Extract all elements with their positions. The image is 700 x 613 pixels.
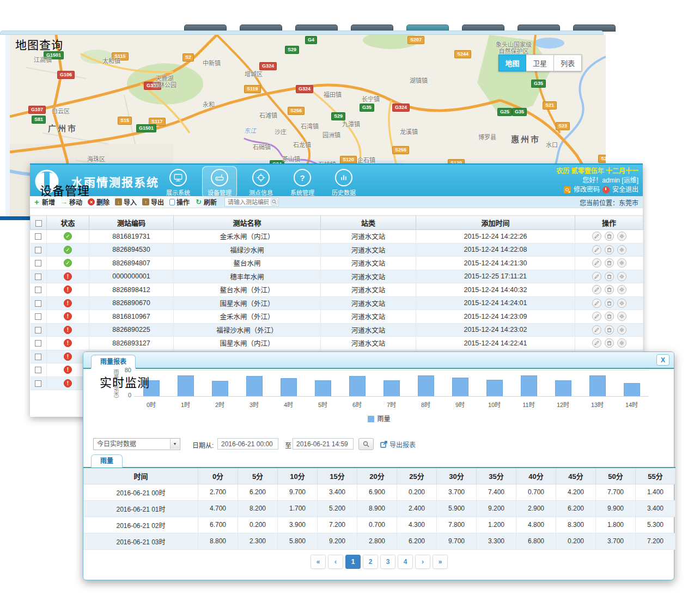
- delete-icon[interactable]: [605, 338, 614, 348]
- delete-icon[interactable]: [605, 325, 614, 335]
- export-report-link[interactable]: 导出报表: [380, 440, 416, 449]
- pagination-item-4[interactable]: 4: [398, 555, 413, 569]
- map-place-label: 江高镇: [34, 57, 52, 63]
- settings-icon[interactable]: [617, 325, 626, 335]
- row-checkbox[interactable]: [35, 260, 41, 266]
- date-from-input[interactable]: [217, 438, 278, 450]
- toolbar-button-删除[interactable]: ×删除: [88, 197, 109, 207]
- rain-bar[interactable]: [624, 383, 640, 396]
- delete-icon[interactable]: [605, 299, 614, 308]
- map-type-button-卫星[interactable]: 卫星: [526, 54, 554, 71]
- edit-icon[interactable]: [592, 325, 601, 335]
- map-type-button-列表[interactable]: 列表: [554, 54, 582, 71]
- toolbar-button-刷新[interactable]: ↻刷新: [195, 197, 217, 207]
- rain-bar[interactable]: [349, 376, 366, 396]
- pagination-item-«[interactable]: «: [311, 555, 326, 569]
- row-checkbox[interactable]: [35, 274, 41, 280]
- rain-bar[interactable]: [418, 375, 434, 396]
- nav-item-测点信息[interactable]: 测点信息: [244, 166, 278, 198]
- toolbar-button-移动[interactable]: →移动: [60, 197, 82, 207]
- edit-icon[interactable]: [592, 245, 601, 254]
- edit-icon[interactable]: [592, 258, 601, 268]
- map-place-label: 湖镇镇: [410, 77, 428, 84]
- toolbar-button-导入[interactable]: ↓导入: [115, 197, 137, 207]
- map-window-left-edge: [5, 35, 10, 216]
- rain-bar[interactable]: [384, 380, 400, 396]
- nav-item-设备管理[interactable]: 设备管理: [202, 166, 237, 198]
- edit-icon[interactable]: [592, 299, 601, 308]
- data-mode-select[interactable]: 今日实时数据 ▼: [93, 438, 180, 450]
- rain-bar[interactable]: [315, 380, 331, 396]
- rain-column-header: 45分: [556, 468, 596, 484]
- search-icon[interactable]: [271, 198, 278, 205]
- toolbar-button-新增[interactable]: +新增: [33, 197, 55, 207]
- row-checkbox[interactable]: [35, 327, 41, 333]
- rain-bar[interactable]: [555, 380, 571, 396]
- settings-icon[interactable]: [617, 285, 626, 294]
- settings-icon[interactable]: [617, 272, 626, 281]
- edit-icon[interactable]: [592, 285, 601, 294]
- edit-icon[interactable]: [592, 232, 601, 241]
- row-checkbox[interactable]: [35, 380, 41, 387]
- select-all-checkbox[interactable]: [35, 220, 42, 227]
- rain-bar[interactable]: [281, 378, 297, 396]
- map-type-button-地图[interactable]: 地图: [498, 54, 526, 71]
- nav-item-历史数据[interactable]: 历史数据: [326, 166, 361, 198]
- road-shield: G4: [305, 36, 317, 44]
- row-checkbox[interactable]: [35, 300, 41, 307]
- logout-link[interactable]: 安全退出: [612, 185, 638, 195]
- delete-icon[interactable]: [605, 285, 614, 294]
- edit-icon[interactable]: [592, 312, 601, 321]
- delete-icon[interactable]: [605, 245, 614, 254]
- status-error-icon: !: [64, 326, 72, 334]
- table-row: !8816810967金禾水闸（外江）河道水文站2015-12-24 14:23…: [31, 310, 643, 324]
- settings-icon[interactable]: [617, 258, 626, 268]
- rain-bar[interactable]: [589, 375, 606, 396]
- settings-icon[interactable]: [617, 299, 626, 308]
- settings-icon[interactable]: [617, 338, 626, 348]
- settings-icon[interactable]: [617, 232, 626, 241]
- nav-item-展示系统[interactable]: 展示系统: [161, 166, 196, 198]
- pagination-item-‹[interactable]: ‹: [328, 555, 343, 569]
- map-place-label: 天鹿湖 森林公园: [153, 75, 176, 88]
- date-to-input[interactable]: [293, 438, 354, 450]
- close-icon[interactable]: X: [656, 354, 669, 366]
- rain-bar[interactable]: [212, 381, 228, 396]
- delete-icon[interactable]: [605, 272, 614, 281]
- row-checkbox[interactable]: [35, 233, 41, 240]
- map-place-label: 福田镇: [324, 92, 342, 98]
- query-button[interactable]: [358, 438, 374, 450]
- edit-icon[interactable]: [592, 338, 601, 348]
- rain-value-cell: 1.400: [636, 484, 675, 500]
- rain-bar[interactable]: [521, 375, 537, 396]
- tab-rain[interactable]: 雨量: [91, 454, 123, 468]
- rain-bar[interactable]: [246, 376, 263, 396]
- delete-icon[interactable]: [605, 232, 614, 241]
- nav-item-系统管理[interactable]: ?系统管理: [285, 166, 320, 198]
- delete-icon[interactable]: [605, 258, 614, 268]
- rain-bar[interactable]: [178, 375, 194, 396]
- toolbar-button-操作[interactable]: 操作: [169, 197, 190, 207]
- pagination-item-1[interactable]: 1: [345, 555, 361, 569]
- status-cell: !: [47, 283, 89, 297]
- row-checkbox[interactable]: [35, 287, 41, 293]
- chevron-down-icon[interactable]: ▼: [170, 439, 179, 449]
- settings-icon[interactable]: [617, 245, 626, 254]
- change-password-link[interactable]: 修改密码: [574, 185, 600, 195]
- row-checkbox[interactable]: [35, 247, 41, 253]
- annotation-map-query: 地图查询: [15, 36, 63, 52]
- pagination-item-2[interactable]: 2: [363, 555, 378, 569]
- delete-icon[interactable]: [605, 312, 614, 321]
- settings-icon[interactable]: [617, 312, 626, 321]
- pagination-item-3[interactable]: 3: [380, 555, 395, 569]
- rain-bar[interactable]: [486, 380, 503, 396]
- edit-icon[interactable]: [592, 272, 601, 281]
- row-checkbox[interactable]: [35, 340, 41, 347]
- row-checkbox[interactable]: [35, 354, 41, 360]
- row-checkbox[interactable]: [35, 313, 41, 320]
- row-checkbox[interactable]: [35, 367, 41, 373]
- rain-bar[interactable]: [452, 378, 468, 396]
- pagination-item-»[interactable]: »: [433, 555, 448, 569]
- pagination-item-›[interactable]: ›: [415, 555, 430, 569]
- toolbar-button-导出[interactable]: ↑导出: [142, 197, 164, 207]
